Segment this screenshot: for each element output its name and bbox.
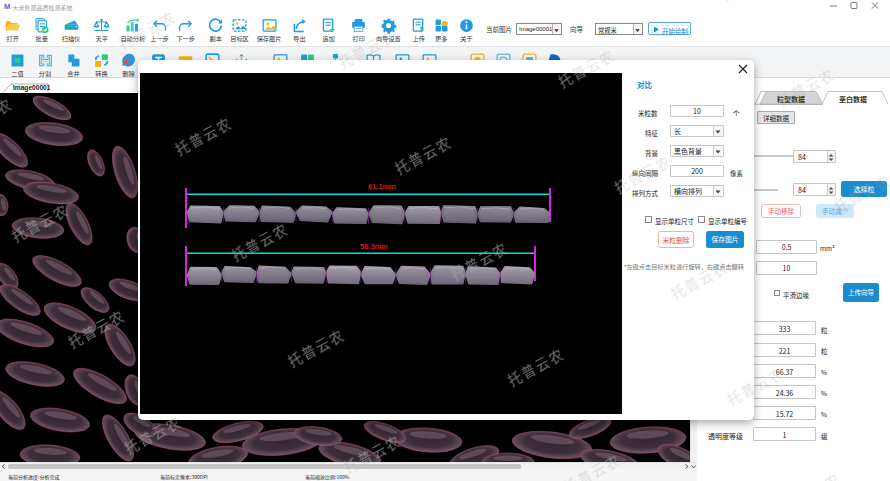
svg-text:61.1mm: 61.1mm — [368, 182, 396, 191]
svg-text:58.3mm: 58.3mm — [360, 242, 388, 251]
